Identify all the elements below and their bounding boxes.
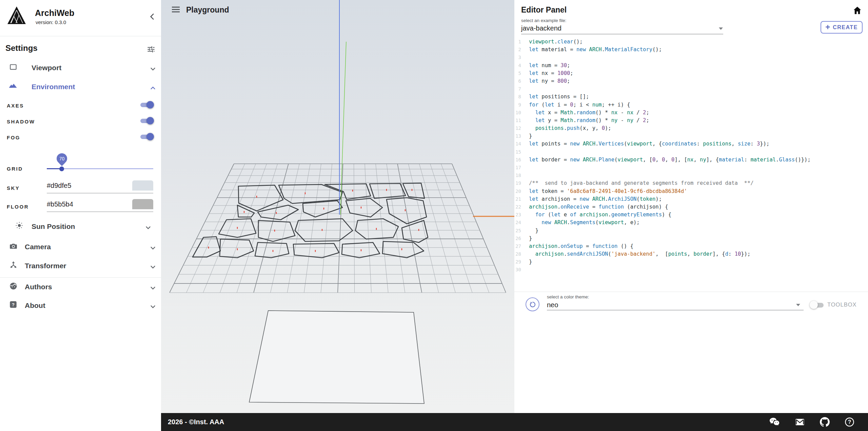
grid-slider-thumb[interactable] bbox=[59, 166, 64, 171]
sidebar-item-environment[interactable]: Environment bbox=[0, 81, 161, 96]
example-file-select[interactable]: java-backend bbox=[521, 24, 723, 34]
fog-toggle[interactable] bbox=[140, 133, 153, 140]
code-line: 10 let x = Math.random() * nx - nx / 2; bbox=[514, 109, 868, 117]
code-line: 20let token = '6a8c6af8-2491-40e1-9cf6-d… bbox=[514, 188, 868, 195]
wechat-icon[interactable] bbox=[769, 417, 780, 427]
axes-icon bbox=[9, 260, 18, 271]
floor-color-swatch[interactable] bbox=[132, 199, 153, 209]
code-line: 26} bbox=[514, 235, 868, 242]
grid-slider-value: 70 bbox=[57, 153, 67, 164]
code-line: 29} bbox=[514, 258, 868, 266]
code-line: 18 bbox=[514, 172, 868, 179]
code-line: 5let nx = 1000; bbox=[514, 70, 868, 77]
sidebar-item-label: Environment bbox=[32, 83, 75, 91]
code-line: 17 bbox=[514, 164, 868, 172]
github-icon[interactable] bbox=[820, 417, 830, 427]
toolbox-label: TOOLBOX bbox=[827, 301, 856, 308]
axes-label: AXES bbox=[7, 103, 24, 109]
toolbox-toggle-knob[interactable] bbox=[810, 301, 818, 309]
viewport-3d-canvas[interactable] bbox=[161, 0, 514, 413]
sky-color-input[interactable]: #d9dfe5 bbox=[47, 182, 71, 190]
footer-copyright: 2026 - ©Inst. AAA bbox=[168, 418, 224, 426]
sky-color-swatch[interactable] bbox=[132, 180, 153, 191]
chevron-down-icon bbox=[149, 64, 157, 75]
svg-text:?: ? bbox=[848, 419, 851, 425]
code-line: 30 bbox=[514, 266, 868, 274]
sidebar-item-sun-position[interactable]: Sun Position bbox=[0, 221, 161, 236]
sidebar-item-viewport[interactable]: Viewport bbox=[0, 62, 161, 77]
camera-icon bbox=[9, 241, 18, 252]
canvas-title: Playground bbox=[186, 5, 229, 15]
plus-icon: + bbox=[825, 24, 830, 31]
divider bbox=[0, 277, 161, 278]
sidebar-item-label: About bbox=[25, 301, 45, 310]
tune-icon[interactable] bbox=[146, 45, 156, 55]
dropdown-arrow-icon bbox=[719, 27, 723, 30]
editor-panel: Editor Panel select an example file: jav… bbox=[514, 0, 868, 413]
floor-color-input[interactable]: #b5b5b4 bbox=[47, 200, 73, 208]
terrain-icon bbox=[8, 81, 18, 92]
create-button[interactable]: + CREATE bbox=[821, 21, 863, 34]
theme-select-label: select a color theme: bbox=[547, 294, 589, 299]
color-theme-select[interactable]: neo bbox=[547, 301, 804, 311]
chevron-down-icon bbox=[149, 283, 157, 294]
sky-field: #d9dfe5 bbox=[47, 182, 153, 193]
code-line: 13} bbox=[514, 132, 868, 140]
code-line: 15 bbox=[514, 148, 868, 156]
fog-label: FOG bbox=[7, 135, 20, 140]
code-line: 16let border = new ARCH.Plane(viewport, … bbox=[514, 156, 868, 164]
file-select-value: java-backend bbox=[521, 24, 561, 32]
grid-slider[interactable] bbox=[47, 166, 153, 171]
code-line: 14let points = new ARCH.Vertices(viewpor… bbox=[514, 140, 868, 148]
code-line: 2let material = new ARCH.MaterialFactory… bbox=[514, 46, 868, 54]
code-line: 28 archijson.sendArchiJSON('java-backend… bbox=[514, 250, 868, 258]
refresh-button[interactable] bbox=[526, 297, 539, 311]
code-line: 9for (let i = 0; i < num; ++ i) { bbox=[514, 101, 868, 109]
sidebar-item-transformer[interactable]: Transformer bbox=[0, 260, 161, 275]
shadow-label: SHADOW bbox=[7, 119, 35, 124]
code-line: 24 new ARCH.Segments(viewport, e); bbox=[514, 219, 868, 227]
settings-title: Settings bbox=[5, 43, 38, 53]
sidebar-item-authors[interactable]: Authors bbox=[0, 281, 161, 296]
code-line: 6let ny = 800; bbox=[514, 77, 868, 85]
svg-text:?: ? bbox=[12, 302, 15, 307]
sky-label: SKY bbox=[7, 185, 20, 191]
chevron-up-icon bbox=[149, 83, 157, 94]
refresh-icon bbox=[529, 300, 537, 309]
editor-panel-title: Editor Panel bbox=[521, 5, 567, 15]
code-line: 11 let y = Math.random() * ny - ny / 2; bbox=[514, 117, 868, 124]
code-line: 4let num = 30; bbox=[514, 62, 868, 70]
chevron-down-icon bbox=[149, 262, 157, 273]
crop-square-icon bbox=[9, 62, 18, 73]
sun-icon bbox=[15, 221, 24, 231]
theme-select-value: neo bbox=[547, 301, 558, 309]
hamburger-icon[interactable] bbox=[171, 6, 180, 15]
code-editor[interactable]: 1viewport.clear();2let material = new AR… bbox=[514, 38, 868, 291]
code-line: 27archijson.onSetup = function () { bbox=[514, 242, 868, 250]
home-icon[interactable] bbox=[852, 5, 862, 17]
code-line: 22archijson.onReceive = function (archij… bbox=[514, 203, 868, 211]
sidebar: ArchiWeb version: 0.3.0 Settings Viewpor… bbox=[0, 0, 161, 431]
sidebar-item-about[interactable]: ? About bbox=[0, 300, 161, 315]
divider bbox=[0, 36, 161, 36]
code-line: 3 bbox=[514, 54, 868, 61]
divider bbox=[514, 292, 868, 292]
grid-label: GRID bbox=[7, 166, 23, 172]
code-line: 7 bbox=[514, 85, 868, 93]
chevron-down-icon bbox=[149, 302, 157, 312]
mail-icon[interactable] bbox=[795, 418, 805, 426]
archiweb-logo-icon bbox=[7, 5, 26, 26]
archiweb-app: ArchiWeb version: 0.3.0 Settings Viewpor… bbox=[0, 0, 868, 431]
shadow-toggle[interactable] bbox=[140, 117, 153, 124]
canvas-header: Playground bbox=[171, 5, 229, 15]
sidebar-item-camera[interactable]: Camera bbox=[0, 241, 161, 256]
code-line: 25 } bbox=[514, 227, 868, 235]
collapse-left-icon[interactable] bbox=[148, 12, 157, 22]
help-circle-icon[interactable]: ? bbox=[845, 417, 854, 427]
sidebar-item-label: Authors bbox=[25, 283, 52, 291]
axes-toggle[interactable] bbox=[140, 101, 153, 109]
floor-field: #b5b5b4 bbox=[47, 200, 153, 211]
file-select-label: select an example file: bbox=[521, 18, 567, 23]
sidebar-item-label: Viewport bbox=[32, 64, 61, 72]
code-line: 12 positions.push(x, y, 0); bbox=[514, 124, 868, 132]
